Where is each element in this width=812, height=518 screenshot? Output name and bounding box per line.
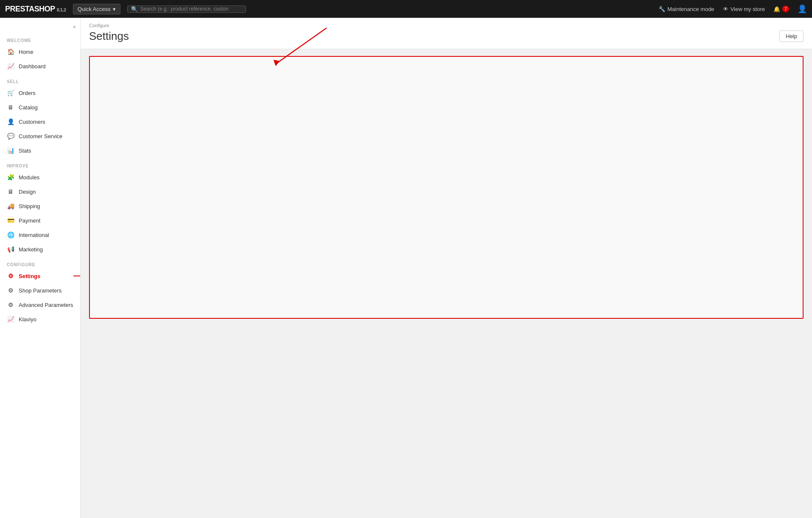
bell-icon: 🔔 xyxy=(773,6,780,12)
sidebar-section-sell: SELL xyxy=(0,73,80,86)
sidebar-collapse-button[interactable]: « xyxy=(0,21,80,32)
modules-icon: 🧩 xyxy=(7,174,14,181)
logo: PRESTASHOP8.1.2 xyxy=(5,5,66,14)
sidebar-item-orders[interactable]: 🛒 Orders xyxy=(0,86,80,100)
maintenance-mode-button[interactable]: 🔧 Maintenance mode xyxy=(659,6,714,12)
topnav-right-actions: 🔧 Maintenance mode 👁 View my store 🔔 7 👤 xyxy=(659,4,807,14)
international-icon: 🌐 xyxy=(7,231,14,238)
marketing-icon: 📢 xyxy=(7,246,14,253)
shipping-icon: 🚚 xyxy=(7,203,14,209)
sidebar-item-catalog[interactable]: 🖥 Catalog xyxy=(0,100,80,114)
top-navigation: PRESTASHOP8.1.2 Quick Access ▾ 🔍 🔧 Maint… xyxy=(0,0,812,18)
page-header: Configure Settings Help xyxy=(81,18,812,49)
sidebar-item-marketing[interactable]: 📢 Marketing xyxy=(0,242,80,256)
stats-icon: 📊 xyxy=(7,147,14,154)
settings-active-arrow xyxy=(73,273,81,279)
orders-icon: 🛒 xyxy=(7,89,14,96)
sidebar-item-modules[interactable]: 🧩 Modules xyxy=(0,170,80,184)
catalog-icon: 🖥 xyxy=(7,104,14,111)
sidebar-section-welcome: WELCOME xyxy=(0,32,80,45)
sidebar-item-international[interactable]: 🌐 International xyxy=(0,228,80,242)
chevron-down-icon: ▾ xyxy=(113,6,116,12)
notifications-button[interactable]: 🔔 7 xyxy=(773,6,789,12)
help-button[interactable]: Help xyxy=(779,31,804,42)
notification-badge: 7 xyxy=(782,6,789,12)
search-input[interactable] xyxy=(140,6,242,12)
settings-icon: ⚙ xyxy=(7,273,14,279)
sidebar-item-customer-service[interactable]: 💬 Customer Service xyxy=(0,129,80,143)
advanced-parameters-icon: ⚙ xyxy=(7,301,14,308)
page-title: Settings xyxy=(89,30,129,43)
sidebar-item-home[interactable]: 🏠 Home xyxy=(0,45,80,59)
user-avatar[interactable]: 👤 xyxy=(798,4,807,14)
customer-service-icon: 💬 xyxy=(7,133,14,139)
sidebar-item-shipping[interactable]: 🚚 Shipping xyxy=(0,199,80,213)
quick-access-button[interactable]: Quick Access ▾ xyxy=(73,4,120,14)
sidebar-item-customers[interactable]: 👤 Customers xyxy=(0,114,80,129)
sidebar-item-shop-parameters[interactable]: ⚙ Shop Parameters xyxy=(0,283,80,298)
sidebar-item-dashboard[interactable]: 📈 Dashboard xyxy=(0,59,80,73)
sidebar-item-advanced-parameters[interactable]: ⚙ Advanced Parameters xyxy=(0,298,80,312)
payment-icon: 💳 xyxy=(7,217,14,224)
search-box[interactable]: 🔍 xyxy=(127,6,246,13)
sidebar-item-settings[interactable]: ⚙ Settings xyxy=(0,269,80,283)
klaviyo-icon: 📈 xyxy=(7,316,14,323)
sidebar-item-stats[interactable]: 📊 Stats xyxy=(0,143,80,158)
sidebar-section-improve: IMPROVE xyxy=(0,158,80,170)
breadcrumb: Configure xyxy=(89,23,804,28)
sidebar: « WELCOME 🏠 Home 📈 Dashboard SELL 🛒 Orde… xyxy=(0,18,81,518)
sidebar-item-design[interactable]: 🖥 Design xyxy=(0,184,80,199)
user-icon: 👤 xyxy=(798,4,807,14)
home-icon: 🏠 xyxy=(7,48,14,55)
shop-parameters-icon: ⚙ xyxy=(7,287,14,294)
content-area xyxy=(81,49,812,326)
eye-icon: 👁 xyxy=(723,6,728,12)
page-title-row: Settings Help xyxy=(89,30,804,43)
sidebar-item-payment[interactable]: 💳 Payment xyxy=(0,213,80,228)
main-content: Configure Settings Help xyxy=(81,18,812,518)
search-icon: 🔍 xyxy=(131,6,138,12)
sidebar-item-klaviyo[interactable]: 📈 Klaviyo xyxy=(0,312,80,326)
view-store-button[interactable]: 👁 View my store xyxy=(723,6,765,12)
design-icon: 🖥 xyxy=(7,188,14,195)
wrench-icon: 🔧 xyxy=(659,6,665,12)
customers-icon: 👤 xyxy=(7,118,14,125)
dashboard-icon: 📈 xyxy=(7,63,14,70)
main-layout: « WELCOME 🏠 Home 📈 Dashboard SELL 🛒 Orde… xyxy=(0,18,812,518)
sidebar-section-configure: CONFIGURE xyxy=(0,256,80,269)
settings-content-box xyxy=(89,56,804,319)
